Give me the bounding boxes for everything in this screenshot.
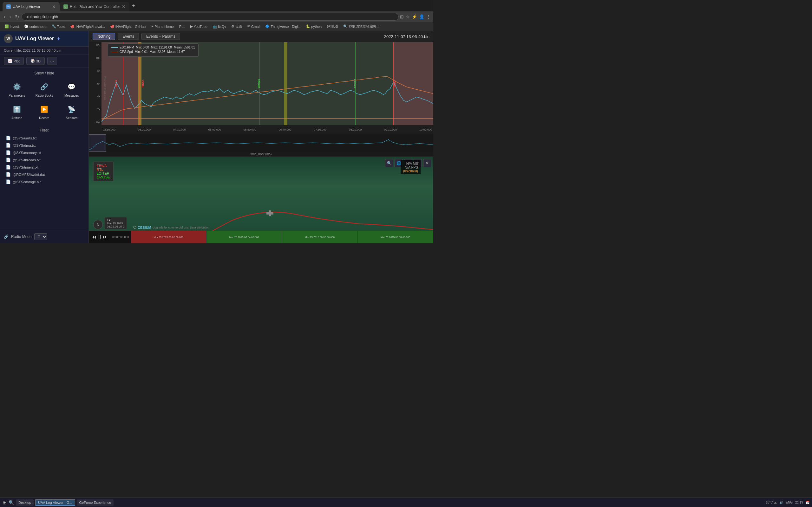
bookmark-icon[interactable]: ☆	[406, 14, 410, 19]
file-timers[interactable]: 📄 @SYS/timers.txt	[4, 164, 85, 171]
pause-button[interactable]: ⏸	[97, 234, 102, 240]
bookmark-codesheep[interactable]: 🐑codesheep	[22, 24, 49, 29]
threed-button[interactable]: 🎲 3D	[26, 57, 45, 65]
bookmark-google-ext[interactable]: 🔍谷歌浏览器收藏夹...	[341, 23, 381, 30]
bookmark-plane[interactable]: ✈Plane Home — Pl...	[149, 24, 187, 29]
profile-icon[interactable]: 👤	[419, 14, 424, 19]
search-map-button[interactable]: 🔍	[385, 159, 393, 167]
roll-tab-icon: AP	[63, 4, 68, 9]
sensors-icon: 📡	[66, 104, 78, 115]
address-text: plot.ardupilot.org/#/	[26, 14, 58, 19]
bookmark-youtube[interactable]: ▶YouTube	[189, 24, 209, 29]
radio-mode-select[interactable]: 2 1 3	[34, 233, 47, 240]
chart-toolbar: Nothing Events Events + Params 2022-11-0…	[89, 31, 433, 42]
files-header: Files:	[4, 128, 85, 132]
events-params-button[interactable]: Events + Params	[142, 33, 180, 40]
compass-indicator: N	[93, 220, 103, 229]
parameters-icon: ⚙️	[11, 81, 22, 93]
radio-mode-label: Radio Mode	[11, 234, 32, 239]
skip-back-button[interactable]: ⏮	[91, 234, 96, 240]
more-button[interactable]: ⋯	[47, 57, 57, 65]
timeline-segment-4[interactable]: Mar 25 2015 08:08:00.000	[358, 231, 433, 243]
bookmark-map[interactable]: 🗺地图	[325, 23, 340, 30]
reload-button[interactable]: ↻	[14, 13, 20, 20]
bookmark-thingiverse[interactable]: 🔷Thingiverse - Digi...	[263, 24, 303, 29]
airplane-icon: ✈	[56, 36, 61, 42]
timeline-segment-2[interactable]: Mar 25 2015 08:04:00.000	[206, 231, 282, 243]
file-storage[interactable]: 📄 @SYS/storage.bin	[4, 178, 85, 185]
new-tab-button[interactable]: +	[130, 2, 137, 10]
bookmark-tools[interactable]: 🔧Tools	[50, 24, 67, 29]
plot-button[interactable]: 📈 Plot	[4, 57, 24, 65]
forward-button[interactable]: ›	[8, 13, 12, 20]
address-bar[interactable]: plot.ardupilot.org/#/	[21, 13, 399, 20]
flight-mode-panel: FBWA RTL LOITER CRUISE	[93, 162, 113, 181]
app-logo: W	[4, 34, 13, 43]
sensors-label: Sensors	[66, 116, 78, 120]
icon-item-messages[interactable]: 💬 Messages	[59, 78, 85, 100]
file-icon-dma: 📄	[6, 143, 11, 148]
bookmark-itsqv[interactable]: 📺ItsQv	[211, 24, 228, 29]
svg-rect-2	[89, 134, 106, 152]
tab-bar: W UAV Log Viewer ✕ AP Roll, Pitch and Ya…	[0, 0, 433, 11]
file-dma[interactable]: 📄 @SYS/dma.txt	[4, 142, 85, 149]
map-area[interactable]: FBWA RTL LOITER CRUISE 🔍 🌐 ⊞ ? ✕ N/A MS …	[89, 157, 433, 243]
tab-uav-log-viewer[interactable]: W UAV Log Viewer ✕	[3, 2, 60, 11]
chart-legend: ESC.RPM Min: 0.00 Max: 12191.00 Mean: 65…	[108, 43, 199, 57]
timeline-segment-1[interactable]: Mar 25 2015 08:02:00.000	[131, 231, 206, 243]
current-file: Current file: 2022-11-07 13-06-40.bin	[0, 47, 89, 55]
mini-chart[interactable]	[89, 134, 433, 152]
messages-icon: 💬	[66, 81, 78, 93]
3d-icon: 🎲	[31, 59, 35, 63]
icon-item-attitude[interactable]: ⬆️ Attitude	[4, 101, 30, 122]
attitude-label: Attitude	[11, 116, 22, 120]
radio-sticks-icon: 🔗	[38, 81, 50, 93]
y-axis: 12k 10k 8k 6k 4k 2k FBW	[89, 42, 101, 124]
tab-roll-pitch[interactable]: AP Roll, Pitch and Yaw Controller ✕	[60, 2, 130, 11]
close-map-button[interactable]: ✕	[423, 159, 432, 167]
icon-item-radio-sticks[interactable]: 🔗 Radio Sticks	[31, 78, 57, 100]
main-chart[interactable]: 12k 10k 8k 6k 4k 2k FBW ESC.RPM, GPS.Spd	[89, 42, 433, 134]
playback-bar: ⏮ ⏸ ⏭ 08:00:00.000 Mar 25 2015 08:02:00.…	[89, 231, 433, 243]
file-hwdef[interactable]: 📄 @ROMFS/hwdef.dat	[4, 171, 85, 178]
throttled-label: (throttled)	[403, 169, 418, 173]
app-title: UAV Log Viewer	[15, 36, 54, 42]
playback-controls: ⏮ ⏸ ⏭	[89, 234, 110, 240]
tab-close-roll[interactable]: ✕	[122, 4, 125, 9]
ms-label: N/A MS	[403, 162, 418, 165]
record-label: Record	[39, 116, 49, 120]
translate-icon[interactable]: ⊞	[400, 14, 404, 19]
file-memory[interactable]: 📄 @SYS/memory.txt	[4, 149, 85, 156]
menu-icon[interactable]: ⋮	[426, 14, 431, 19]
bookmark-invest[interactable]: 💹invest	[3, 24, 21, 29]
play-forward-button[interactable]: ⏭	[103, 234, 108, 240]
bookmark-settings[interactable]: ⚙设置	[229, 23, 244, 30]
tab-roll-label: Roll, Pitch and Yaw Controller	[70, 4, 120, 9]
bookmark-gmail[interactable]: ✉Gmail	[246, 24, 262, 29]
cesium-name: CESIUM	[138, 226, 151, 229]
icon-item-parameters[interactable]: ⚙️ Parameters	[4, 78, 30, 100]
file-icon-threads: 📄	[6, 158, 11, 162]
timeline-bar[interactable]: Mar 25 2015 08:02:00.000 Mar 25 2015 08:…	[131, 231, 433, 243]
bookmark-inavflight[interactable]: 🐙iNAVFlight/inav/d...	[68, 24, 107, 29]
tab-close-uav[interactable]: ✕	[52, 4, 56, 9]
file-icon-hwdef: 📄	[6, 172, 11, 177]
time-axis-label: time_boot (ms)	[89, 152, 433, 157]
back-button[interactable]: ‹	[3, 13, 7, 20]
mode-cruise: CRUISE	[97, 175, 110, 179]
icon-item-sensors[interactable]: 📡 Sensors	[59, 101, 85, 122]
attitude-icon: ⬆️	[11, 104, 22, 115]
bookmark-python[interactable]: 🐍python	[304, 24, 323, 29]
file-icon-memory: 📄	[6, 150, 11, 155]
fps-label: N/A FPS	[403, 165, 418, 169]
nothing-button[interactable]: Nothing	[93, 33, 115, 40]
file-uarts[interactable]: 📄 @SYS/uarts.txt	[4, 134, 85, 142]
file-threads[interactable]: 📄 @SYS/threads.txt	[4, 156, 85, 164]
events-button[interactable]: Events	[118, 33, 139, 40]
timeline-segment-3[interactable]: Mar 25 2015 08:06:00.000	[282, 231, 357, 243]
chart-title: 2022-11-07 13-06-40.bin	[384, 34, 429, 39]
current-time-display: 08:00:00.000	[110, 235, 131, 239]
bookmark-inavflight-gh[interactable]: 🐙iNAVFlight - GitHub	[108, 24, 148, 29]
extensions-icon[interactable]: ⚡	[412, 14, 417, 19]
icon-item-record[interactable]: ▶️ Record	[31, 101, 57, 122]
